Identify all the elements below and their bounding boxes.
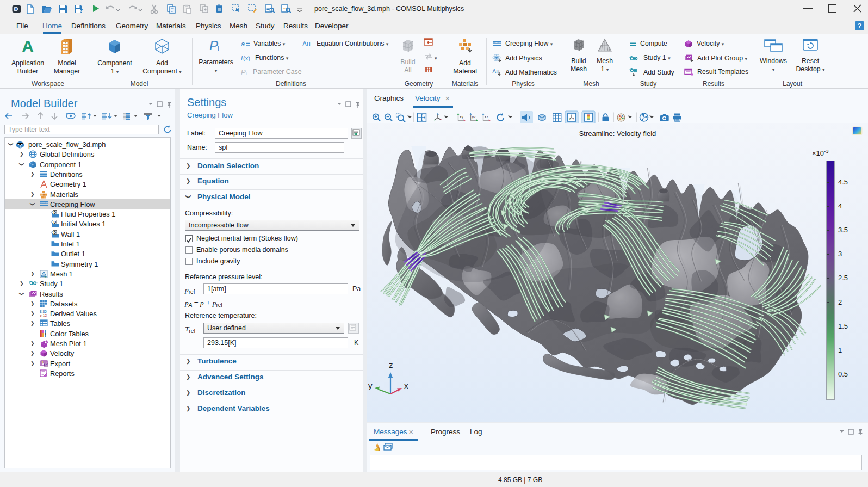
svg-text:i: i <box>218 45 219 53</box>
svg-text:P: P <box>209 38 218 53</box>
svg-text:a: a <box>241 41 245 47</box>
svg-text:Δu: Δu <box>492 68 499 75</box>
svg-text:yz: yz <box>472 114 476 119</box>
svg-text:xy: xy <box>460 114 464 119</box>
svg-text:(x): (x) <box>243 55 250 61</box>
svg-text:A: A <box>22 38 34 54</box>
svg-text:D: D <box>54 211 57 214</box>
svg-text:D: D <box>54 230 57 234</box>
svg-text:i: i <box>246 71 247 76</box>
svg-text:y: y <box>368 381 373 390</box>
svg-text:z: z <box>389 360 393 369</box>
svg-text:P: P <box>241 69 246 76</box>
svg-text:xz: xz <box>485 114 489 119</box>
svg-text:x: x <box>404 381 408 390</box>
svg-text:e-12: e-12 <box>40 313 47 317</box>
svg-text:D: D <box>54 220 57 224</box>
svg-text:IMG: IMG <box>45 363 48 366</box>
svg-text:Δu: Δu <box>302 40 311 47</box>
